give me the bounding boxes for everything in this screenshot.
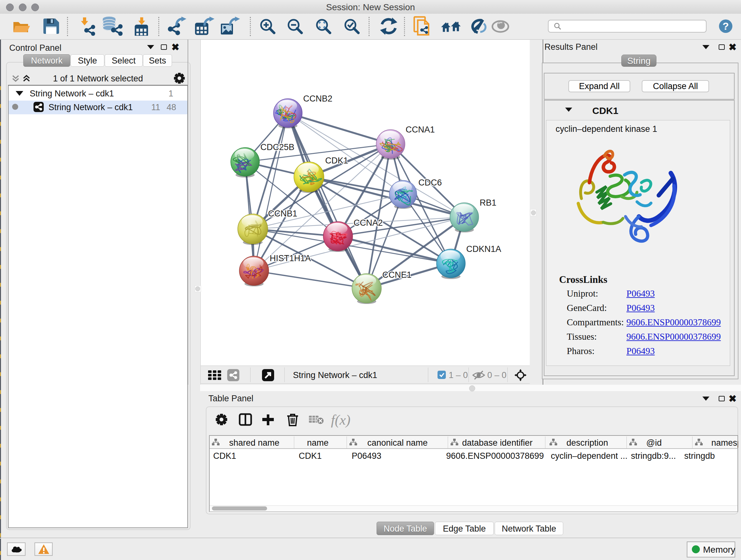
- svg-text:CCNA1: CCNA1: [406, 125, 435, 134]
- svg-text:CCNA2: CCNA2: [354, 218, 383, 228]
- svg-text:CDK1: CDK1: [325, 156, 348, 165]
- svg-text:RB1: RB1: [480, 198, 496, 207]
- svg-text:HIST1H1A: HIST1H1A: [270, 253, 311, 263]
- svg-text:CCNB1: CCNB1: [268, 209, 297, 219]
- svg-text:CDC6: CDC6: [418, 178, 442, 187]
- svg-text:CCNE1: CCNE1: [382, 270, 412, 280]
- svg-text:CDKN1A: CDKN1A: [466, 244, 501, 254]
- svg-text:CDC25B: CDC25B: [260, 142, 294, 152]
- svg-text:CCNB2: CCNB2: [303, 94, 333, 104]
